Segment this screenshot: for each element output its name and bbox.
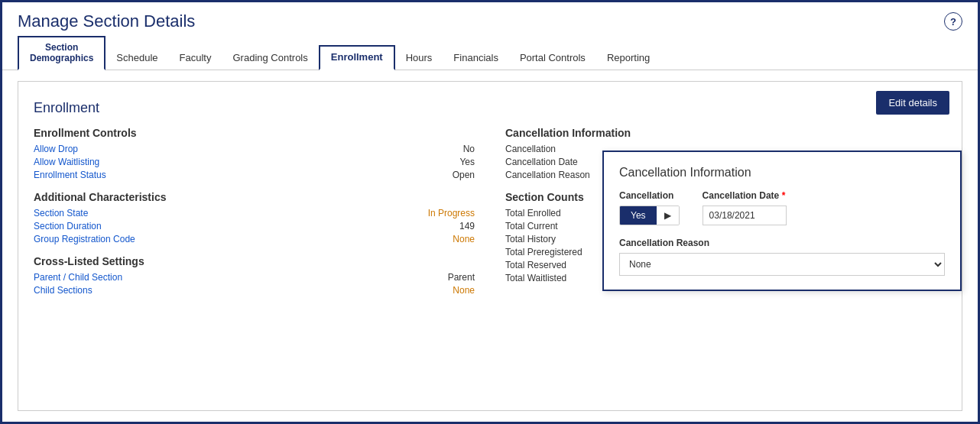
required-marker: *	[782, 190, 786, 201]
section-state-label[interactable]: Section State	[34, 208, 88, 218]
tab-reporting[interactable]: Reporting	[596, 47, 660, 70]
enrollment-controls-heading: Enrollment Controls	[34, 127, 475, 139]
page-header: Manage Section Details ?	[2, 2, 978, 36]
section-duration-value: 149	[459, 221, 475, 231]
cancellation-reason-field-label: Cancellation Reason	[619, 238, 945, 248]
section-duration-row: Section Duration 149	[34, 221, 475, 231]
child-sections-value: None	[453, 285, 475, 296]
enrollment-status-value: Open	[453, 170, 475, 180]
tab-section-demographics[interactable]: Section Demographics	[18, 36, 105, 70]
allow-drop-label[interactable]: Allow Drop	[34, 144, 78, 154]
cancellation-label: Cancellation	[505, 144, 556, 154]
cancellation-field: Cancellation Yes ▶	[619, 190, 680, 225]
allow-waitlisting-value: Yes	[459, 157, 475, 167]
tab-hours[interactable]: Hours	[395, 47, 443, 70]
group-registration-label[interactable]: Group Registration Code	[34, 234, 135, 244]
tab-financials[interactable]: Financials	[443, 47, 509, 70]
allow-waitlisting-label[interactable]: Allow Waitlisting	[34, 157, 99, 167]
allow-drop-value: No	[463, 144, 475, 154]
parent-child-label[interactable]: Parent / Child Section	[34, 272, 122, 283]
tabs-bar: Section Demographics Schedule Faculty Gr…	[2, 36, 978, 70]
tab-portal-controls[interactable]: Portal Controls	[509, 47, 596, 70]
page-container: Manage Section Details ? Section Demogra…	[0, 0, 980, 424]
cancellation-toggle[interactable]: Yes ▶	[619, 206, 680, 225]
group-registration-value: None	[453, 234, 475, 244]
tab-schedule[interactable]: Schedule	[105, 47, 168, 70]
section-state-value: In Progress	[428, 208, 475, 218]
cancellation-reason-select[interactable]: None Academic Administrative Other	[619, 253, 945, 276]
total-enrolled-label: Total Enrolled	[505, 208, 561, 218]
content-area: Edit details Enrollment Enrollment Contr…	[2, 70, 978, 422]
enrollment-status-row: Enrollment Status Open	[34, 170, 475, 180]
popup-title: Cancellation Information	[619, 166, 945, 180]
child-sections-row: Child Sections None	[34, 285, 475, 296]
edit-details-button[interactable]: Edit details	[876, 91, 949, 115]
parent-child-row: Parent / Child Section Parent	[34, 272, 475, 283]
main-panel: Edit details Enrollment Enrollment Contr…	[18, 81, 962, 411]
total-waitlisted-label: Total Waitlisted	[505, 273, 566, 283]
cancellation-info-heading: Cancellation Information	[505, 127, 946, 139]
tab-enrollment[interactable]: Enrollment	[319, 45, 395, 70]
tab-grading-controls[interactable]: Grading Controls	[222, 47, 318, 70]
section-state-row: Section State In Progress	[34, 208, 475, 218]
toggle-cursor: ▶	[657, 206, 679, 225]
cancellation-date-input[interactable]	[703, 206, 787, 225]
cancellation-reason-label: Cancellation Reason	[505, 170, 590, 180]
allow-drop-row: Allow Drop No	[34, 144, 475, 154]
left-column: Enrollment Controls Allow Drop No Allow …	[34, 127, 475, 306]
allow-waitlisting-row: Allow Waitlisting Yes	[34, 157, 475, 167]
cancellation-date-field: Cancellation Date *	[703, 190, 787, 225]
additional-characteristics-heading: Additional Characteristics	[34, 191, 475, 203]
tab-faculty[interactable]: Faculty	[169, 47, 222, 70]
help-button[interactable]: ?	[944, 12, 962, 31]
popup-top-row: Cancellation Yes ▶ Cancellation Date *	[619, 190, 945, 225]
enrollment-section-title: Enrollment	[34, 100, 946, 116]
total-reserved-label: Total Reserved	[505, 260, 566, 270]
total-history-label: Total History	[505, 234, 556, 244]
cancellation-reason-select-wrapper: None Academic Administrative Other	[619, 253, 945, 276]
total-preregistered-label: Total Preregistered	[505, 247, 582, 257]
cancellation-date-field-label: Cancellation Date *	[703, 190, 787, 201]
enrollment-status-label[interactable]: Enrollment Status	[34, 170, 106, 180]
cross-listed-heading: Cross-Listed Settings	[34, 255, 475, 267]
cancellation-reason-section: Cancellation Reason None Academic Admini…	[619, 238, 945, 276]
cancellation-field-label: Cancellation	[619, 190, 680, 201]
cross-listed-block: Cross-Listed Settings Parent / Child Sec…	[34, 255, 475, 296]
page-title: Manage Section Details	[18, 11, 195, 31]
section-duration-label[interactable]: Section Duration	[34, 221, 102, 231]
additional-characteristics-block: Additional Characteristics Section State…	[34, 191, 475, 244]
cancellation-popup: Cancellation Information Cancellation Ye…	[602, 151, 962, 291]
group-registration-row: Group Registration Code None	[34, 234, 475, 244]
cancellation-date-label: Cancellation Date	[505, 157, 578, 167]
total-current-label: Total Current	[505, 221, 558, 231]
parent-child-value: Parent	[448, 272, 475, 283]
toggle-yes-option[interactable]: Yes	[620, 206, 657, 225]
child-sections-label[interactable]: Child Sections	[34, 285, 92, 296]
enrollment-controls-block: Enrollment Controls Allow Drop No Allow …	[34, 127, 475, 180]
